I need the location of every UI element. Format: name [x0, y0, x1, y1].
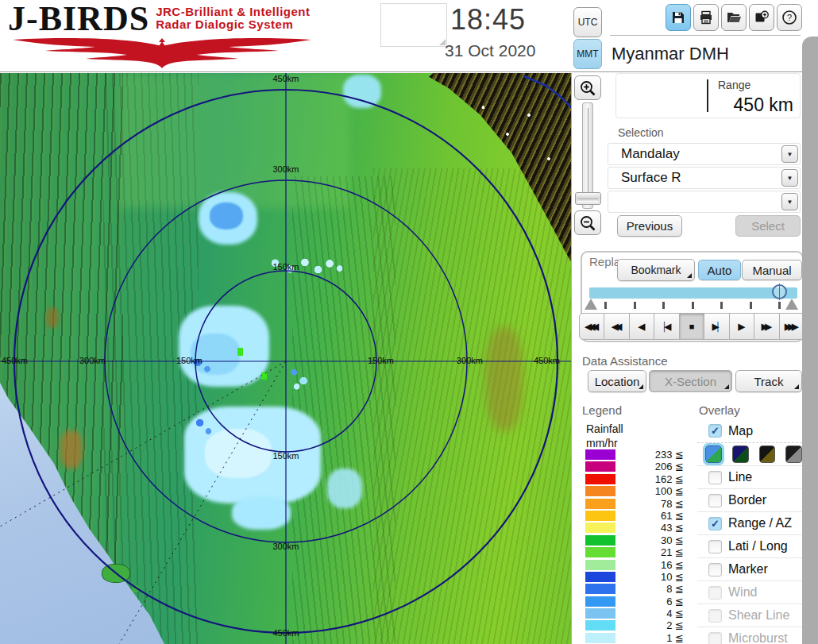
legend-value: 43 ≦ — [615, 522, 685, 534]
panel-resize-bar[interactable] — [802, 37, 818, 644]
print-button[interactable] — [693, 4, 719, 31]
overlay-item-lati-long: Lati / Long — [697, 534, 802, 557]
legend-swatch — [585, 523, 615, 533]
add-snapshot-icon — [754, 10, 770, 25]
legend-swatch — [585, 560, 615, 570]
legend-value: 6 ≦ — [615, 596, 685, 607]
map-checkbox[interactable]: ✓ — [708, 424, 722, 438]
line-checkbox[interactable] — [708, 471, 722, 484]
marker-checkbox[interactable] — [708, 563, 722, 577]
add-snapshot-button[interactable] — [749, 4, 774, 31]
play-button[interactable]: ▶ — [730, 313, 754, 340]
legend-swatch — [585, 584, 615, 594]
manual-button[interactable]: Manual — [742, 260, 802, 280]
help-button[interactable]: ? — [777, 4, 802, 31]
zoom-in-button[interactable] — [574, 75, 601, 100]
open-folder-button[interactable] — [721, 4, 747, 31]
overlay-item-label: Map — [728, 424, 753, 438]
location-button[interactable]: Location — [588, 370, 646, 392]
overlay-item-border: Border — [697, 488, 802, 511]
previous-button[interactable]: Previous — [617, 215, 682, 237]
legend-swatch — [585, 608, 615, 619]
fast-forward-2-button[interactable]: ▶▶ — [754, 313, 779, 340]
select-button[interactable]: Select — [735, 215, 801, 237]
range-label-bottom-300: 300km — [268, 542, 304, 551]
xsection-button[interactable]: X-Section — [649, 370, 732, 392]
track-button-label: Track — [754, 375, 784, 388]
map-style-navy-darkgreen[interactable] — [732, 445, 749, 463]
legend-value: 8 ≦ — [615, 583, 685, 595]
map-style-blue-green[interactable] — [705, 445, 722, 463]
fast-rewind-3-button[interactable]: ◀◀◀ — [579, 313, 604, 340]
rainfall-legend: 233 ≦ 206 ≦ 162 ≦ 100 ≦ 78 ≦ 61 ≦ 43 ≦ 3… — [585, 449, 685, 644]
range-label-top-450: 450km — [268, 75, 304, 83]
logo-tagline: JRC-Brilliant & Intelligent Radar Dialog… — [156, 6, 310, 31]
legend-row: 78 ≦ — [585, 499, 685, 509]
range-az-checkbox[interactable]: ✓ — [708, 517, 722, 530]
legend-row: 16 ≦ — [585, 560, 685, 570]
dropdown-arrow-button[interactable]: ▼ — [781, 193, 798, 210]
overlay-item-label: Lati / Long — [728, 539, 788, 553]
mmt-button[interactable]: MMT — [573, 39, 602, 69]
toolbar: ? — [666, 4, 802, 31]
range-label-left-150: 150km — [176, 357, 203, 365]
river-line — [524, 76, 572, 108]
overlay-panel: ✓ Map Line Border ✓ Range / AZ Lati / Lo… — [697, 419, 802, 644]
range-divider — [707, 79, 708, 112]
legend-value: 233 ≦ — [615, 449, 685, 461]
legend-swatch — [585, 547, 615, 557]
zoom-slider-handle[interactable] — [575, 192, 601, 205]
play-reverse-button[interactable]: ◀ — [630, 313, 654, 340]
lati-long-checkbox[interactable] — [708, 540, 722, 553]
site-dropdown[interactable]: Mandalay ▼ — [608, 143, 801, 165]
slider-start-marker[interactable] — [585, 299, 597, 310]
map-style-black-olive[interactable] — [759, 445, 776, 463]
step-back-icon: │◀ — [662, 322, 668, 332]
save-icon — [670, 10, 686, 25]
border-checkbox[interactable] — [708, 494, 722, 507]
legend-titles: Rainfall mm/hr — [586, 422, 623, 450]
logo-tagline-line2: Radar Dialogic System — [156, 18, 310, 31]
legend-row: 30 ≦ — [585, 535, 685, 546]
play-reverse-icon: ◀ — [639, 322, 642, 332]
replay-slider-track[interactable] — [589, 287, 797, 299]
menu-corner-icon — [724, 384, 729, 389]
step-forward-button[interactable]: ▶│ — [704, 313, 729, 340]
dropdown-arrow-button[interactable]: ▼ — [781, 169, 798, 187]
radar-map[interactable]: 450km 300km 150km 150km 300km 450km 450k… — [0, 73, 572, 644]
legend-row: 1 ≦ — [585, 633, 685, 643]
azimuth-line — [0, 361, 286, 526]
option-dropdown[interactable]: ▼ — [608, 191, 801, 213]
xsection-button-label: X-Section — [665, 375, 716, 388]
check-icon: ✓ — [711, 518, 720, 530]
range-label-top-150: 150km — [268, 263, 304, 272]
map-style-black-gray[interactable] — [785, 445, 802, 463]
zoom-out-button[interactable] — [574, 210, 601, 235]
jbirds-app: J-BIRDS JRC-Brilliant & Intelligent Rada… — [0, 0, 818, 644]
utc-button[interactable]: UTC — [573, 7, 602, 37]
legend-value: 30 ≦ — [615, 534, 685, 546]
replay-slider-handle[interactable] — [772, 284, 787, 299]
legend-title-rainfall: Rainfall — [586, 422, 623, 436]
step-forward-icon: ▶│ — [712, 322, 718, 332]
save-button[interactable] — [666, 4, 691, 31]
track-button[interactable]: Track — [735, 370, 802, 392]
step-back-button[interactable]: │◀ — [654, 313, 679, 340]
slider-end-marker[interactable] — [785, 299, 798, 310]
product-dropdown[interactable]: Surface R ▼ — [608, 167, 801, 189]
overlay-item-label: Wind — [728, 585, 757, 600]
legend-label: Legend — [582, 403, 622, 417]
svg-text:?: ? — [787, 13, 792, 22]
dropdown-arrow-button[interactable]: ▼ — [781, 145, 798, 163]
legend-value: 100 ≦ — [615, 485, 685, 497]
stop-button[interactable]: ■ — [680, 313, 704, 340]
legend-value: 162 ≦ — [615, 473, 685, 485]
open-folder-icon — [726, 10, 742, 25]
overlay-item-shear-line: Shear Line — [697, 604, 802, 627]
fast-rewind-2-button[interactable]: ◀◀ — [604, 313, 629, 340]
site-dropdown-value: Mandalay — [621, 146, 680, 162]
bookmark-button[interactable]: Bookmark — [617, 259, 695, 281]
auto-button[interactable]: Auto — [698, 260, 741, 280]
overlay-item-label: Marker — [728, 562, 768, 577]
fast-forward-3-button[interactable]: ▶▶▶ — [780, 313, 804, 340]
